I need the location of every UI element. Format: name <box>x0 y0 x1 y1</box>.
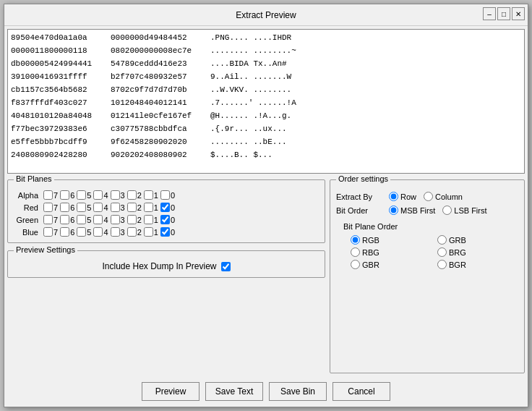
bit-checkbox-alpha-1[interactable] <box>144 190 153 200</box>
bit-number-label: 7 <box>53 203 58 212</box>
extract-by-column-option[interactable]: Column <box>424 192 463 201</box>
save-text-button[interactable]: Save Text <box>205 382 263 401</box>
bit-checkbox-red-2[interactable] <box>127 203 137 212</box>
bit-item: 4 <box>93 190 108 200</box>
extract-by-row: Extract By Row Column <box>336 192 518 201</box>
left-panel: Bit Planes Alpha76543210Red76543210Green… <box>7 179 325 373</box>
bit-item: 6 <box>60 203 74 212</box>
bit-checkbox-blue-6[interactable] <box>60 227 69 237</box>
window-controls: – □ ✕ <box>483 7 525 20</box>
bit-number-label: 2 <box>137 228 142 237</box>
bpo-option-gbr[interactable]: GBR <box>351 260 432 269</box>
extract-by-row-option[interactable]: Row <box>389 192 416 201</box>
bit-checkbox-blue-5[interactable] <box>77 227 86 237</box>
bit-checkbox-blue-4[interactable] <box>93 227 103 237</box>
bit-checkbox-alpha-0[interactable] <box>160 190 170 200</box>
bit-item: 1 <box>144 227 158 237</box>
hex-preview-area[interactable]: 89504e470d0a1a0a0000000d49484452.PNG....… <box>7 29 525 174</box>
bit-number-label: 6 <box>70 228 74 237</box>
bit-item: 5 <box>77 203 91 212</box>
bit-checkbox-green-5[interactable] <box>77 215 86 224</box>
bit-checkbox-green-7[interactable] <box>43 215 53 224</box>
bit-item: 5 <box>77 227 91 237</box>
bit-plane-row: Red76543210 <box>14 203 319 212</box>
bit-checkbox-green-4[interactable] <box>93 215 103 224</box>
preview-button[interactable]: Preview <box>142 382 200 401</box>
bit-item: 2 <box>127 190 142 200</box>
bit-checkbox-alpha-7[interactable] <box>43 190 53 200</box>
include-hex-dump-checkbox[interactable] <box>221 262 231 271</box>
bit-checkbox-blue-0[interactable] <box>160 227 170 237</box>
bit-item: 7 <box>43 203 58 212</box>
bit-checkbox-green-6[interactable] <box>60 215 69 224</box>
bit-checkbox-alpha-6[interactable] <box>60 190 69 200</box>
bit-number-label: 4 <box>103 191 108 200</box>
bit-number-label: 7 <box>53 228 58 237</box>
bit-row-label: Alpha <box>14 191 41 200</box>
extract-by-radio-group: Row Column <box>389 192 463 201</box>
bit-plane-row: Alpha76543210 <box>14 190 319 200</box>
bit-checkbox-red-7[interactable] <box>43 203 53 212</box>
bit-checkbox-blue-7[interactable] <box>43 227 53 237</box>
bit-plane-order-title: Bit Plane Order <box>343 222 518 231</box>
bit-number-label: 4 <box>103 203 108 212</box>
bit-item: 0 <box>160 215 175 224</box>
bit-checkbox-green-1[interactable] <box>144 215 153 224</box>
bit-order-label: Bit Order <box>336 206 383 215</box>
bit-checkbox-blue-3[interactable] <box>111 227 120 237</box>
bit-checkbox-green-3[interactable] <box>111 215 120 224</box>
save-bin-button[interactable]: Save Bin <box>269 382 327 401</box>
bit-checkbox-red-1[interactable] <box>144 203 153 212</box>
bit-number-label: 0 <box>171 203 175 212</box>
bit-checkbox-red-0[interactable] <box>160 203 170 212</box>
lsb-first-option[interactable]: LSB First <box>442 206 486 215</box>
bit-item: 7 <box>43 215 58 224</box>
bpo-option-brg[interactable]: BRG <box>437 247 518 257</box>
bit-item: 7 <box>43 227 58 237</box>
right-panel: Order settings Extract By Row Column <box>330 179 525 373</box>
bit-checkbox-green-0[interactable] <box>160 215 170 224</box>
bit-checkbox-red-3[interactable] <box>111 203 120 212</box>
bit-planes-group: Bit Planes Alpha76543210Red76543210Green… <box>7 179 325 243</box>
bpo-option-grb[interactable]: GRB <box>437 235 518 245</box>
maximize-button[interactable]: □ <box>497 7 510 20</box>
bpo-option-bgr[interactable]: BGR <box>437 260 518 269</box>
bit-checkbox-green-2[interactable] <box>127 215 137 224</box>
order-settings-title: Order settings <box>336 174 390 183</box>
bit-item: 0 <box>160 190 175 200</box>
bpo-option-rbg[interactable]: RBG <box>351 247 432 257</box>
bit-plane-row: Green76543210 <box>14 215 319 224</box>
bit-checkbox-blue-1[interactable] <box>144 227 153 237</box>
bpo-option-rgb[interactable]: RGB <box>351 235 432 245</box>
bit-checkbox-alpha-3[interactable] <box>111 190 120 200</box>
bit-number-label: 5 <box>87 228 91 237</box>
bit-planes-title: Bit Planes <box>14 174 54 183</box>
bit-item: 7 <box>43 190 58 200</box>
bit-item: 5 <box>77 190 91 200</box>
hex-line: 89504e470d0a1a0a0000000d49484452.PNG....… <box>11 31 521 44</box>
bit-checkbox-red-5[interactable] <box>77 203 86 212</box>
title-bar: Extract Preview – □ ✕ <box>4 4 528 26</box>
bit-number-label: 1 <box>154 191 158 200</box>
bit-number-label: 1 <box>154 203 158 212</box>
hex-line: 391000416931ffffb2f707c480932e579..Ail..… <box>11 70 521 83</box>
hex-line: 00000118000001180802000000008ec7e.......… <box>11 44 521 57</box>
minimize-button[interactable]: – <box>483 7 496 20</box>
bit-checkbox-blue-2[interactable] <box>127 227 137 237</box>
bit-checkbox-alpha-5[interactable] <box>77 190 86 200</box>
msb-first-option[interactable]: MSB First <box>389 206 435 215</box>
bit-checkbox-alpha-4[interactable] <box>93 190 103 200</box>
bit-number-label: 5 <box>87 216 91 224</box>
bit-number-label: 4 <box>103 216 108 224</box>
bit-checkbox-red-4[interactable] <box>93 203 103 212</box>
extract-by-label: Extract By <box>336 192 383 201</box>
bit-number-label: 5 <box>87 203 91 212</box>
bit-item: 4 <box>93 227 108 237</box>
panels-row: Bit Planes Alpha76543210Red76543210Green… <box>4 177 528 376</box>
bit-plane-row: Blue76543210 <box>14 227 319 237</box>
bit-checkbox-alpha-2[interactable] <box>127 190 137 200</box>
bit-checkbox-red-6[interactable] <box>60 203 69 212</box>
cancel-button[interactable]: Cancel <box>332 382 390 401</box>
close-button[interactable]: ✕ <box>512 7 525 20</box>
bit-number-label: 3 <box>121 191 125 200</box>
